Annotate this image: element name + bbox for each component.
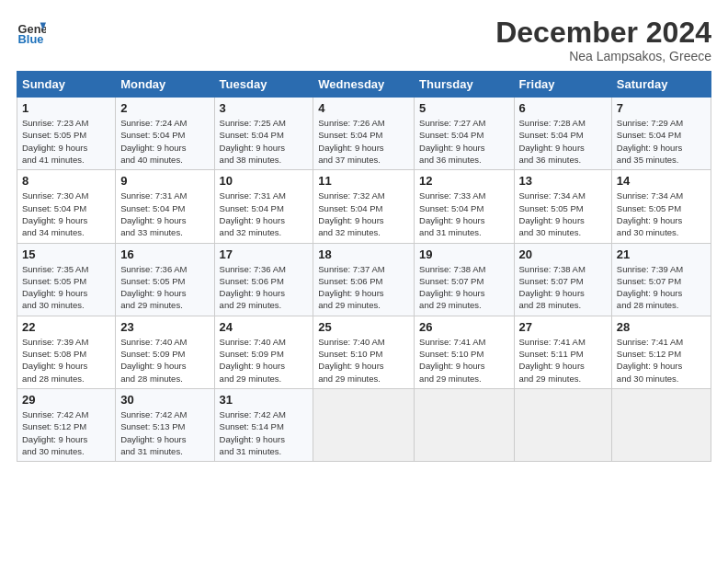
day-number: 29 [22,393,110,407]
day-number: 27 [519,320,607,334]
day-info: Sunrise: 7:39 AMSunset: 5:08 PMDaylight:… [22,336,110,385]
day-number: 25 [318,320,409,334]
calendar-cell: 26Sunrise: 7:41 AMSunset: 5:10 PMDayligh… [415,316,514,388]
day-info: Sunrise: 7:42 AMSunset: 5:12 PMDaylight:… [22,408,110,457]
page-container: General Blue December 2024 Nea Lampsakos… [0,0,728,471]
day-info: Sunrise: 7:40 AMSunset: 5:09 PMDaylight:… [120,336,209,385]
day-number: 30 [120,393,209,407]
calendar-cell: 17Sunrise: 7:36 AMSunset: 5:06 PMDayligh… [214,243,313,316]
day-info: Sunrise: 7:31 AMSunset: 5:04 PMDaylight:… [120,190,209,238]
day-info: Sunrise: 7:30 AMSunset: 5:04 PMDaylight:… [22,190,110,238]
calendar-cell: 25Sunrise: 7:40 AMSunset: 5:10 PMDayligh… [313,316,415,388]
calendar-cell: 14Sunrise: 7:34 AMSunset: 5:05 PMDayligh… [611,170,711,243]
weekday-header-thursday: Thursday [415,72,514,98]
calendar-cell: 6Sunrise: 7:28 AMSunset: 5:04 PMDaylight… [514,98,611,170]
day-info: Sunrise: 7:23 AMSunset: 5:05 PMDaylight:… [22,117,110,166]
calendar-table: SundayMondayTuesdayWednesdayThursdayFrid… [17,71,711,462]
day-number: 8 [22,174,110,188]
weekday-header-friday: Friday [514,72,611,98]
day-number: 6 [519,101,607,115]
weekday-header-wednesday: Wednesday [313,72,415,98]
calendar-cell [514,388,611,461]
day-number: 23 [120,320,209,334]
day-info: Sunrise: 7:37 AMSunset: 5:06 PMDaylight:… [318,263,409,312]
calendar-cell: 23Sunrise: 7:40 AMSunset: 5:09 PMDayligh… [116,316,214,388]
calendar-week-1: 1Sunrise: 7:23 AMSunset: 5:05 PMDaylight… [17,98,711,170]
day-info: Sunrise: 7:35 AMSunset: 5:05 PMDaylight:… [22,263,110,312]
calendar-cell [415,388,514,461]
weekday-header-saturday: Saturday [611,72,711,98]
day-info: Sunrise: 7:24 AMSunset: 5:04 PMDaylight:… [120,117,209,166]
calendar-cell: 20Sunrise: 7:38 AMSunset: 5:07 PMDayligh… [514,243,611,316]
day-number: 1 [22,101,110,115]
calendar-cell [611,388,711,461]
day-number: 5 [419,101,508,115]
logo-icon: General Blue [17,17,46,46]
day-info: Sunrise: 7:38 AMSunset: 5:07 PMDaylight:… [419,263,508,312]
calendar-cell: 8Sunrise: 7:30 AMSunset: 5:04 PMDaylight… [17,170,116,243]
day-info: Sunrise: 7:41 AMSunset: 5:10 PMDaylight:… [419,336,508,385]
calendar-cell: 7Sunrise: 7:29 AMSunset: 5:04 PMDaylight… [611,98,711,170]
calendar-cell: 11Sunrise: 7:32 AMSunset: 5:04 PMDayligh… [313,170,415,243]
calendar-cell: 16Sunrise: 7:36 AMSunset: 5:05 PMDayligh… [116,243,214,316]
day-number: 17 [220,247,309,261]
day-info: Sunrise: 7:33 AMSunset: 5:04 PMDaylight:… [419,190,508,238]
day-number: 14 [617,174,706,188]
day-number: 4 [318,101,409,115]
calendar-cell [313,388,415,461]
calendar-cell: 12Sunrise: 7:33 AMSunset: 5:04 PMDayligh… [415,170,514,243]
day-info: Sunrise: 7:38 AMSunset: 5:07 PMDaylight:… [519,263,607,312]
calendar-week-5: 29Sunrise: 7:42 AMSunset: 5:12 PMDayligh… [17,388,711,461]
day-number: 15 [22,247,110,261]
calendar-cell: 5Sunrise: 7:27 AMSunset: 5:04 PMDaylight… [415,98,514,170]
calendar-cell: 21Sunrise: 7:39 AMSunset: 5:07 PMDayligh… [611,243,711,316]
weekday-header-tuesday: Tuesday [214,72,313,98]
day-info: Sunrise: 7:27 AMSunset: 5:04 PMDaylight:… [419,117,508,166]
day-number: 16 [120,247,209,261]
day-number: 20 [519,247,607,261]
month-title: December 2024 [495,17,711,49]
day-number: 12 [419,174,508,188]
calendar-week-2: 8Sunrise: 7:30 AMSunset: 5:04 PMDaylight… [17,170,711,243]
calendar-cell: 13Sunrise: 7:34 AMSunset: 5:05 PMDayligh… [514,170,611,243]
calendar-cell: 3Sunrise: 7:25 AMSunset: 5:04 PMDaylight… [214,98,313,170]
day-info: Sunrise: 7:28 AMSunset: 5:04 PMDaylight:… [519,117,607,166]
day-number: 7 [617,101,706,115]
calendar-cell: 19Sunrise: 7:38 AMSunset: 5:07 PMDayligh… [415,243,514,316]
day-number: 9 [120,174,209,188]
calendar-cell: 10Sunrise: 7:31 AMSunset: 5:04 PMDayligh… [214,170,313,243]
day-number: 3 [220,101,309,115]
calendar-cell: 15Sunrise: 7:35 AMSunset: 5:05 PMDayligh… [17,243,116,316]
day-info: Sunrise: 7:36 AMSunset: 5:06 PMDaylight:… [220,263,309,312]
weekday-header-monday: Monday [116,72,214,98]
day-info: Sunrise: 7:41 AMSunset: 5:12 PMDaylight:… [617,336,706,385]
day-info: Sunrise: 7:25 AMSunset: 5:04 PMDaylight:… [220,117,309,166]
day-number: 31 [220,393,309,407]
day-number: 24 [220,320,309,334]
location-subtitle: Nea Lampsakos, Greece [495,49,711,63]
weekday-header-sunday: Sunday [17,72,116,98]
day-number: 10 [220,174,309,188]
calendar-cell: 9Sunrise: 7:31 AMSunset: 5:04 PMDaylight… [116,170,214,243]
calendar-cell: 18Sunrise: 7:37 AMSunset: 5:06 PMDayligh… [313,243,415,316]
calendar-cell: 27Sunrise: 7:41 AMSunset: 5:11 PMDayligh… [514,316,611,388]
calendar-cell: 28Sunrise: 7:41 AMSunset: 5:12 PMDayligh… [611,316,711,388]
day-info: Sunrise: 7:40 AMSunset: 5:10 PMDaylight:… [318,336,409,385]
day-number: 18 [318,247,409,261]
calendar-cell: 22Sunrise: 7:39 AMSunset: 5:08 PMDayligh… [17,316,116,388]
day-info: Sunrise: 7:42 AMSunset: 5:13 PMDaylight:… [120,408,209,457]
calendar-cell: 31Sunrise: 7:42 AMSunset: 5:14 PMDayligh… [214,388,313,461]
day-number: 26 [419,320,508,334]
calendar-week-3: 15Sunrise: 7:35 AMSunset: 5:05 PMDayligh… [17,243,711,316]
calendar-cell: 24Sunrise: 7:40 AMSunset: 5:09 PMDayligh… [214,316,313,388]
day-info: Sunrise: 7:40 AMSunset: 5:09 PMDaylight:… [220,336,309,385]
day-info: Sunrise: 7:42 AMSunset: 5:14 PMDaylight:… [220,408,309,457]
svg-text:Blue: Blue [18,32,44,46]
day-number: 2 [120,101,209,115]
day-info: Sunrise: 7:39 AMSunset: 5:07 PMDaylight:… [617,263,706,312]
calendar-cell: 4Sunrise: 7:26 AMSunset: 5:04 PMDaylight… [313,98,415,170]
day-info: Sunrise: 7:36 AMSunset: 5:05 PMDaylight:… [120,263,209,312]
day-info: Sunrise: 7:32 AMSunset: 5:04 PMDaylight:… [318,190,409,238]
calendar-cell: 1Sunrise: 7:23 AMSunset: 5:05 PMDaylight… [17,98,116,170]
day-info: Sunrise: 7:34 AMSunset: 5:05 PMDaylight:… [519,190,607,238]
